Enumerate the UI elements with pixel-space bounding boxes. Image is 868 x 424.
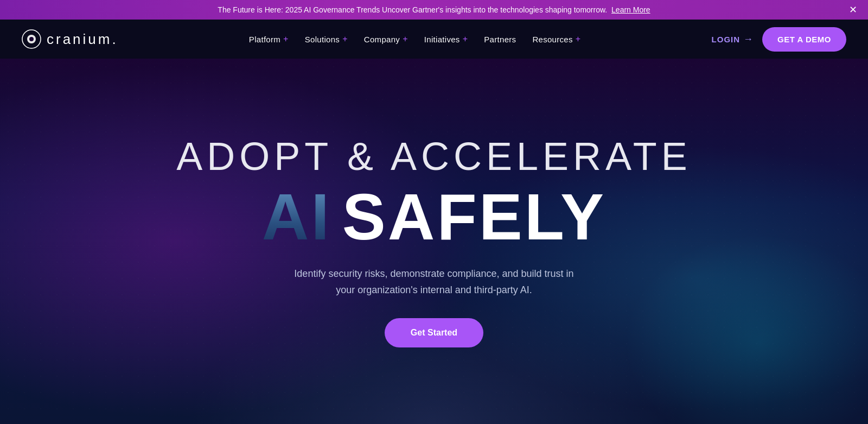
navbar: cranium. Platform + Solutions + Company …	[0, 20, 868, 59]
hero-safely-text: SAFELY	[342, 184, 606, 249]
nav-plus-resources: +	[576, 34, 581, 44]
banner-close-button[interactable]: ✕	[849, 5, 857, 15]
hero-cta-button[interactable]: Get Started	[385, 318, 483, 347]
nav-plus-company: +	[403, 34, 408, 44]
svg-point-2	[29, 37, 34, 41]
nav-label-initiatives: Initiatives	[424, 35, 460, 44]
nav-actions: LOGIN → GET A DEMO	[712, 27, 846, 52]
nav-label-platform: Platform	[249, 35, 280, 44]
logo-text: cranium.	[47, 31, 118, 48]
nav-label-partners: Partners	[484, 35, 516, 44]
nav-item-company[interactable]: Company +	[358, 30, 414, 48]
announcement-banner: The Future is Here: 2025 AI Governance T…	[0, 0, 868, 20]
login-label: LOGIN	[712, 35, 741, 44]
nav-links: Platform + Solutions + Company + Initiat…	[242, 30, 588, 48]
nav-label-company: Company	[364, 35, 400, 44]
nav-item-partners[interactable]: Partners	[477, 30, 522, 48]
hero-ai-text: AI	[262, 184, 331, 249]
logo[interactable]: cranium.	[22, 29, 118, 49]
banner-message: The Future is Here: 2025 AI Governance T…	[218, 5, 607, 14]
banner-text: The Future is Here: 2025 AI Governance T…	[218, 5, 650, 14]
nav-item-platform[interactable]: Platform +	[242, 30, 295, 48]
nav-plus-solutions: +	[342, 34, 348, 44]
login-arrow-icon: →	[743, 34, 754, 45]
login-button[interactable]: LOGIN →	[712, 34, 754, 45]
nav-plus-platform: +	[283, 34, 289, 44]
hero-headline-bottom: AI SAFELY	[176, 184, 692, 249]
nav-item-resources[interactable]: Resources +	[526, 30, 587, 48]
hero-headline-top: ADOPT & ACCELERATE	[176, 135, 692, 178]
nav-plus-initiatives: +	[463, 34, 468, 44]
nav-label-solutions: Solutions	[305, 35, 340, 44]
hero-subtitle: Identify security risks, demonstrate com…	[288, 265, 580, 299]
hero-content: ADOPT & ACCELERATE AI SAFELY Identify se…	[155, 135, 713, 347]
get-demo-button[interactable]: GET A DEMO	[762, 27, 846, 52]
logo-icon	[22, 29, 41, 49]
hero-section: ADOPT & ACCELERATE AI SAFELY Identify se…	[0, 59, 868, 424]
nav-item-solutions[interactable]: Solutions +	[298, 30, 354, 48]
nav-item-initiatives[interactable]: Initiatives +	[418, 30, 474, 48]
banner-learn-more-link[interactable]: Learn More	[611, 5, 650, 14]
nav-label-resources: Resources	[532, 35, 572, 44]
